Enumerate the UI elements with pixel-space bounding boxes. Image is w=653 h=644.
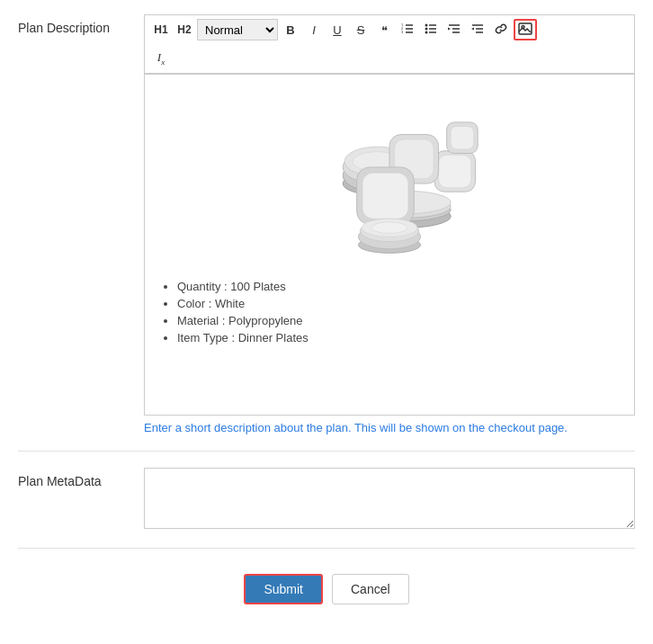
link-button[interactable] bbox=[490, 19, 512, 40]
cancel-button[interactable]: Cancel bbox=[332, 574, 409, 604]
clear-format-button[interactable]: Ix bbox=[150, 48, 172, 69]
blockquote-button[interactable]: ❝ bbox=[373, 19, 395, 40]
bold-icon: B bbox=[286, 23, 294, 37]
italic-icon: I bbox=[312, 23, 316, 37]
italic-button[interactable]: I bbox=[303, 19, 325, 40]
indent-increase-icon bbox=[470, 22, 485, 39]
list-item: Color : White bbox=[177, 297, 623, 310]
divider-1 bbox=[18, 451, 635, 452]
plates-image bbox=[300, 85, 479, 265]
svg-point-7 bbox=[425, 27, 428, 30]
svg-point-43 bbox=[371, 222, 407, 234]
plan-description-row: Plan Description H1 H2 Normal Heading 1 … bbox=[18, 14, 635, 434]
svg-marker-15 bbox=[448, 27, 451, 30]
blockquote-icon: ❝ bbox=[381, 23, 388, 37]
h2-button[interactable]: H2 bbox=[174, 19, 195, 40]
list-item: Material : Polypropylene bbox=[177, 314, 623, 327]
underline-icon: U bbox=[333, 23, 341, 37]
link-icon bbox=[494, 22, 508, 39]
submit-button[interactable]: Submit bbox=[244, 574, 323, 604]
plan-description-label: Plan Description bbox=[18, 14, 144, 38]
plan-description-editor: H1 H2 Normal Heading 1 Heading 2 Heading… bbox=[144, 14, 635, 434]
svg-rect-27 bbox=[439, 155, 471, 187]
underline-button[interactable]: U bbox=[326, 19, 348, 40]
plan-metadata-row: Plan MetaData bbox=[18, 468, 635, 532]
format-select[interactable]: Normal Heading 1 Heading 2 Heading 3 bbox=[197, 19, 278, 40]
bold-button[interactable]: B bbox=[280, 19, 301, 40]
strikethrough-button[interactable]: S bbox=[350, 19, 371, 40]
unordered-list-icon bbox=[424, 22, 438, 39]
helper-text: Enter a short description about the plan… bbox=[144, 421, 635, 434]
list-item: Item Type : Dinner Plates bbox=[177, 331, 623, 344]
h1-button[interactable]: H1 bbox=[150, 19, 172, 40]
ordered-list-button[interactable]: 123 bbox=[397, 19, 418, 40]
helper-text-link: This will be shown on the checkout page. bbox=[354, 421, 568, 434]
svg-point-6 bbox=[425, 23, 428, 26]
image-button[interactable] bbox=[514, 19, 537, 40]
metadata-textarea[interactable] bbox=[144, 468, 635, 529]
form-buttons: Submit Cancel bbox=[18, 565, 635, 619]
editor-toolbar: H1 H2 Normal Heading 1 Heading 2 Heading… bbox=[144, 14, 635, 44]
svg-rect-38 bbox=[451, 126, 473, 148]
plan-metadata-control bbox=[144, 468, 635, 532]
editor-content-area[interactable]: Quantity : 100 Plates Color : White Mate… bbox=[144, 74, 635, 416]
description-bullet-list: Quantity : 100 Plates Color : White Mate… bbox=[156, 280, 623, 344]
editor-image-container bbox=[156, 85, 623, 265]
svg-marker-19 bbox=[471, 27, 474, 30]
indent-decrease-icon bbox=[447, 22, 461, 39]
strikethrough-icon: S bbox=[357, 23, 365, 37]
divider-2 bbox=[18, 548, 635, 549]
svg-rect-36 bbox=[362, 173, 408, 219]
svg-text:3: 3 bbox=[401, 30, 404, 34]
svg-point-8 bbox=[425, 31, 428, 33]
indent-decrease-button[interactable] bbox=[443, 19, 465, 40]
list-item: Quantity : 100 Plates bbox=[177, 280, 623, 293]
editor-toolbar-row2: Ix bbox=[144, 44, 635, 74]
indent-increase-button[interactable] bbox=[467, 19, 488, 40]
plan-metadata-label: Plan MetaData bbox=[18, 468, 144, 491]
image-icon bbox=[518, 22, 532, 39]
ordered-list-icon: 123 bbox=[400, 22, 415, 39]
clear-format-icon: Ix bbox=[157, 50, 165, 67]
unordered-list-button[interactable] bbox=[420, 19, 442, 40]
